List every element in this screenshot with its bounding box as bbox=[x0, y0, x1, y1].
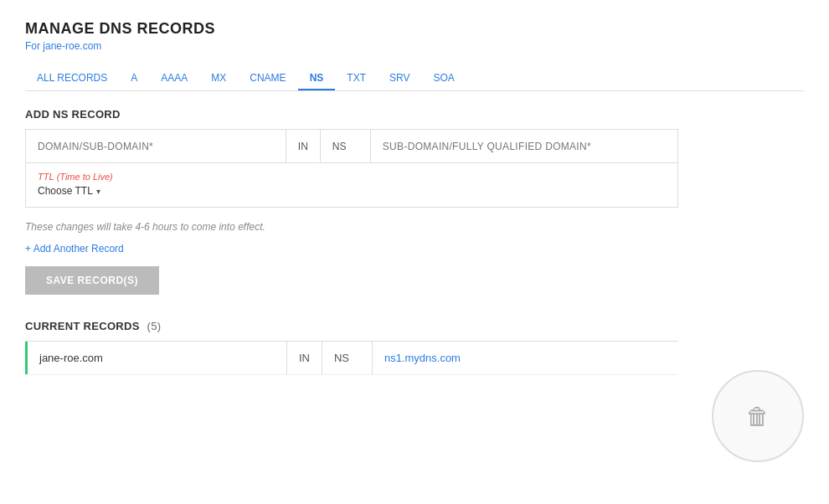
record-type-tabs: ALL RECORDS A AAAA MX CNAME NS TXT SRV S… bbox=[25, 67, 804, 91]
current-records-count: (5) bbox=[147, 320, 162, 332]
form-table: IN NS TTL (Time to Live) Choose TTL ▾ bbox=[25, 129, 678, 208]
record-domain: jane-roe.com bbox=[25, 342, 287, 374]
form-row-2: TTL (Time to Live) Choose TTL ▾ bbox=[26, 163, 677, 207]
current-records-section: CURRENT RECORDS (5) jane-roe.com IN NS n… bbox=[25, 320, 804, 375]
save-records-button[interactable]: SAVE RECORD(S) bbox=[25, 266, 159, 295]
tab-soa[interactable]: SOA bbox=[421, 67, 466, 90]
tab-txt[interactable]: TXT bbox=[335, 67, 378, 90]
domain-input[interactable] bbox=[38, 141, 274, 152]
ttl-select[interactable]: Choose TTL ▾ bbox=[38, 185, 666, 197]
record-in: IN bbox=[287, 342, 322, 374]
domain-subtitle: For jane-roe.com bbox=[25, 40, 804, 52]
delete-overlay[interactable]: 🗑 bbox=[712, 370, 804, 462]
record-value: ns1.mydns.com bbox=[373, 342, 678, 374]
form-row-1: IN NS bbox=[26, 130, 677, 163]
records-table: jane-roe.com IN NS ns1.mydns.com bbox=[25, 341, 678, 375]
page-title: MANAGE DNS RECORDS bbox=[25, 20, 804, 38]
trash-icon: 🗑 bbox=[746, 403, 770, 430]
tab-cname[interactable]: CNAME bbox=[238, 67, 297, 90]
changes-notice: These changes will take 4-6 hours to com… bbox=[25, 221, 678, 233]
subdomain-input[interactable] bbox=[383, 141, 666, 152]
current-records-title: CURRENT RECORDS (5) bbox=[25, 320, 804, 332]
tab-ns[interactable]: NS bbox=[298, 67, 336, 90]
ttl-choose-label: Choose TTL bbox=[38, 185, 93, 197]
tab-srv[interactable]: SRV bbox=[378, 67, 421, 90]
tab-mx[interactable]: MX bbox=[199, 67, 238, 90]
record-type: NS bbox=[322, 342, 373, 374]
tab-aaaa[interactable]: AAAA bbox=[149, 67, 199, 90]
ttl-label: TTL (Time to Live) bbox=[38, 172, 666, 182]
tab-a[interactable]: A bbox=[119, 67, 149, 90]
ns-label-cell: NS bbox=[321, 130, 371, 162]
tab-all-records[interactable]: ALL RECORDS bbox=[25, 67, 119, 90]
in-label-cell: IN bbox=[286, 130, 321, 162]
domain-field[interactable] bbox=[26, 130, 286, 162]
chevron-down-icon: ▾ bbox=[96, 187, 100, 196]
section-title: ADD NS RECORD bbox=[25, 108, 804, 121]
table-row: jane-roe.com IN NS ns1.mydns.com bbox=[25, 342, 678, 375]
add-another-record-button[interactable]: + Add Another Record bbox=[25, 243, 124, 255]
subdomain-field[interactable] bbox=[371, 130, 677, 162]
